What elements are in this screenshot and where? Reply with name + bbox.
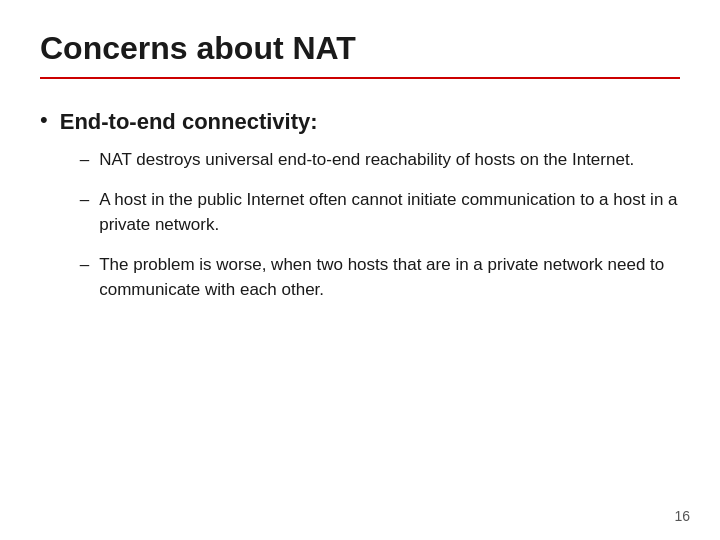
page-number: 16 xyxy=(674,508,690,524)
bullet-dot: • xyxy=(40,107,48,133)
slide-container: Concerns about NAT • End-to-end connecti… xyxy=(0,0,720,540)
sub-bullet-dash-2: – xyxy=(80,187,89,213)
sub-bullet-item-2: – A host in the public Internet often ca… xyxy=(80,187,680,238)
sub-bullet-item-1: – NAT destroys universal end-to-end reac… xyxy=(80,147,680,173)
sub-bullet-text-3: The problem is worse, when two hosts tha… xyxy=(99,252,680,303)
bullet-label: End-to-end connectivity: xyxy=(60,109,318,134)
sub-bullet-item-3: – The problem is worse, when two hosts t… xyxy=(80,252,680,303)
sub-bullet-dash-3: – xyxy=(80,252,89,278)
sub-bullets: – NAT destroys universal end-to-end reac… xyxy=(60,147,680,303)
sub-bullet-text-1: NAT destroys universal end-to-end reacha… xyxy=(99,147,680,173)
sub-bullet-text-2: A host in the public Internet often cann… xyxy=(99,187,680,238)
slide-title: Concerns about NAT xyxy=(40,30,680,79)
slide-content: • End-to-end connectivity: – NAT destroy… xyxy=(40,89,680,510)
main-bullet: • End-to-end connectivity: – NAT destroy… xyxy=(40,109,680,317)
sub-bullet-dash-1: – xyxy=(80,147,89,173)
